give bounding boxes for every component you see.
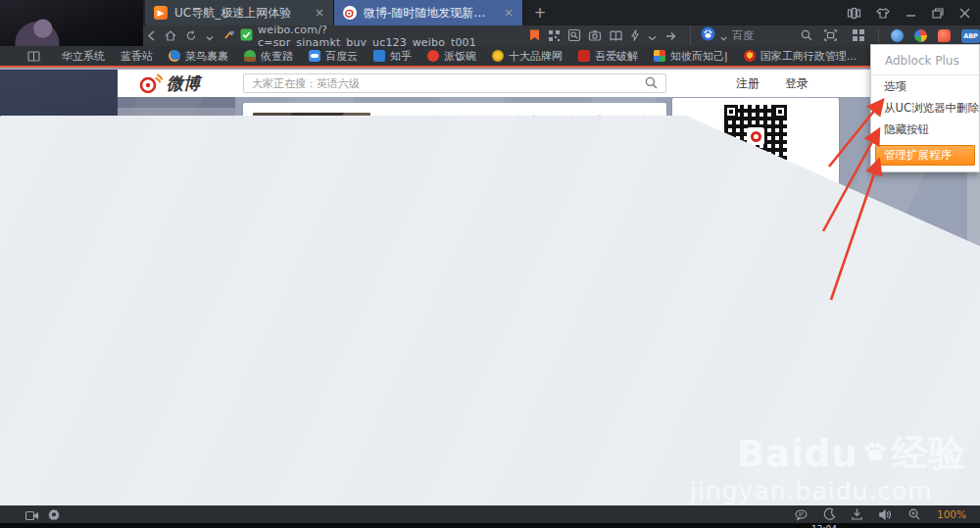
bookmark-item[interactable]: 派饭碗 <box>427 49 476 64</box>
go-arrow-icon[interactable] <box>665 26 676 45</box>
screen-capture-icon[interactable] <box>824 26 837 45</box>
collapse-chevron-icon[interactable] <box>648 26 657 45</box>
refresh-options-chevron-icon[interactable] <box>206 26 214 45</box>
extension-pinwheel-icon[interactable] <box>914 29 927 42</box>
maximize-button[interactable] <box>932 8 944 19</box>
tab-uc-nav[interactable]: ▶ UC导航_极速上网体验 × <box>145 0 334 25</box>
weibo-logo[interactable]: 微博 <box>139 72 200 95</box>
window-controls <box>848 0 970 25</box>
night-mode-moon-icon[interactable] <box>824 505 835 524</box>
search-magnifier-icon[interactable] <box>801 26 812 45</box>
weibo-qr-logo-icon <box>747 127 764 145</box>
settings-gear-icon[interactable] <box>48 505 60 524</box>
52pojie-icon <box>578 50 590 62</box>
minimize-button[interactable] <box>906 8 916 18</box>
weibo-tab-icon <box>343 6 357 20</box>
menu-item-options[interactable]: 选项 <box>871 75 979 97</box>
gov-emblem-icon <box>744 50 756 62</box>
engine-chevron-icon[interactable] <box>720 26 727 45</box>
extension-icons: ABP <box>878 29 980 43</box>
menu-item-remove-from-uc[interactable]: 从UC浏览器中删除 <box>871 97 979 119</box>
speed-mode-lightning-icon[interactable] <box>631 26 639 45</box>
bookmarks-bar: 华立系统 蓝香站 菜鸟裹裹 依萱踏 百度云 知乎 派饭碗 十大品牌网 吾爱破解 … <box>0 46 980 68</box>
screen: ▶ UC导航_极速上网体验 × 微博-随时随地发现新鲜事 × + <box>0 0 980 528</box>
menu-item-hide-button[interactable]: 隐藏按钮 <box>871 119 979 140</box>
browser-titlebar: ▶ UC导航_极速上网体验 × 微博-随时随地发现新鲜事 × + <box>0 0 980 25</box>
nav-buttons <box>147 26 214 45</box>
close-button[interactable] <box>959 8 970 19</box>
weibo-logo-text: 微博 <box>167 72 200 95</box>
baidu-cloud-icon <box>309 50 320 62</box>
tab-title: UC导航_极速上网体验 <box>174 5 308 22</box>
bookmark-item[interactable]: 吾爱破解 <box>578 49 638 64</box>
adblock-plus-icon[interactable]: ABP <box>961 29 980 43</box>
security-check-icon <box>240 26 253 45</box>
bookmark-item[interactable]: 蓝香站 <box>121 49 153 64</box>
bookmark-item[interactable]: 华立系统 <box>62 49 105 64</box>
tab-weibo[interactable]: 微博-随时随地发现新鲜事 × <box>334 0 523 25</box>
menu-item-manage-extensions[interactable]: 管理扩展程序 <box>875 145 975 166</box>
skin-theme-icon[interactable] <box>876 8 890 19</box>
yellow-badge-icon <box>492 50 504 62</box>
uc-nav-tab-icon: ▶ <box>154 6 168 20</box>
zoom-control-icon[interactable] <box>908 505 920 524</box>
taskbar-clock: 12:04 <box>811 524 837 528</box>
desktop-wallpaper <box>0 0 143 46</box>
url-text: weibo.com/?c=spr_sinamkt_buy_uc123_weibo… <box>258 24 502 49</box>
zhihu-icon <box>373 50 385 62</box>
sound-speaker-icon[interactable] <box>879 505 892 524</box>
zoom-percentage[interactable]: 100% <box>937 508 966 520</box>
color-grid-icon <box>654 50 665 62</box>
download-manager-icon[interactable] <box>852 505 862 524</box>
bookmarks-book-icon[interactable] <box>27 47 40 66</box>
screenshot-camera-icon[interactable] <box>589 26 601 45</box>
tree-icon <box>244 50 256 62</box>
bookmark-item[interactable]: 依萱踏 <box>244 49 293 64</box>
search-engine-name: 百度 <box>732 28 796 43</box>
qr-code-icon[interactable] <box>549 26 560 45</box>
extension-red-icon[interactable] <box>938 29 951 42</box>
refresh-icon[interactable] <box>185 26 197 45</box>
search-in-page-icon[interactable] <box>568 26 580 45</box>
menu-title: Adblock Plus <box>871 45 979 74</box>
address-bar: weibo.com/?c=spr_sinamkt_buy_uc123_weibo… <box>0 25 980 46</box>
extension-blue-icon[interactable] <box>891 29 904 42</box>
bookmark-item[interactable]: 菜鸟裹裹 <box>169 49 228 64</box>
apps-grid-icon[interactable] <box>853 26 864 45</box>
tab-close-icon[interactable]: × <box>504 6 514 20</box>
qr-finder <box>724 105 738 119</box>
bookmark-item[interactable]: 国家工商行政管理... <box>744 49 858 64</box>
browser-status-bar: 100% <box>0 505 980 523</box>
adblock-context-menu: Adblock Plus 选项 从UC浏览器中删除 隐藏按钮 管理扩展程序 <box>870 44 980 172</box>
bookmark-item[interactable]: 百度云 <box>309 49 358 64</box>
browser-search-box[interactable]: 百度 <box>690 26 812 45</box>
qr-finder <box>773 105 787 119</box>
new-tab-button[interactable]: + <box>523 0 557 25</box>
bookmark-item[interactable]: 十大品牌网 <box>492 49 563 64</box>
toolbar-buttons <box>824 26 864 45</box>
reading-mode-book-icon[interactable] <box>610 26 622 45</box>
cainiao-bird-icon <box>169 50 180 62</box>
mini-video-icon[interactable] <box>25 505 38 524</box>
home-icon[interactable] <box>165 26 176 45</box>
bookmark-item[interactable]: 知彼而知己| <box>654 49 728 64</box>
tab-title: 微博-随时随地发现新鲜事 <box>364 5 497 22</box>
address-tools <box>529 26 676 45</box>
taskbar-strip: 12:04 <box>0 523 980 528</box>
baidu-engine-icon[interactable] <box>701 26 715 45</box>
tab-switcher-icon[interactable] <box>848 8 860 19</box>
tab-close-icon[interactable]: × <box>315 6 324 20</box>
feedback-bubble-icon[interactable] <box>795 505 808 524</box>
back-icon[interactable] <box>147 26 156 45</box>
url-field[interactable]: weibo.com/?c=spr_sinamkt_buy_uc123_weibo… <box>223 24 502 49</box>
bookmark-star-icon[interactable] <box>529 26 540 45</box>
site-app-icon <box>223 26 235 45</box>
bookmark-item[interactable]: 知乎 <box>373 49 412 64</box>
weibo-eye-icon <box>139 72 163 94</box>
red-circle-icon <box>427 50 439 62</box>
tab-strip: ▶ UC导航_极速上网体验 × 微博-随时随地发现新鲜事 × + <box>145 0 557 25</box>
